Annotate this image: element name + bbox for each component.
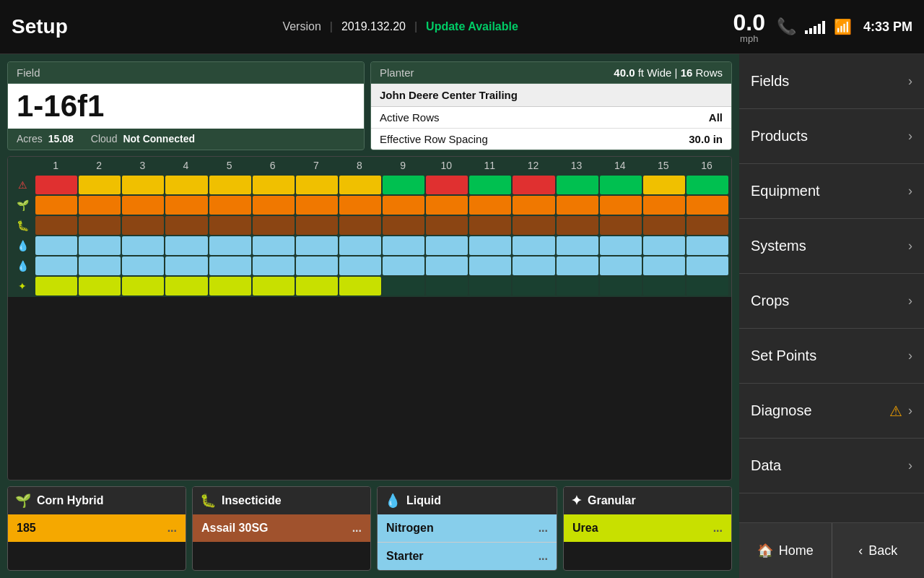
cell-2-3[interactable] — [165, 216, 207, 235]
cell-4-0[interactable] — [35, 256, 77, 275]
cell-1-7[interactable] — [339, 196, 381, 215]
cell-1-0[interactable] — [35, 196, 77, 215]
cell-0-12[interactable] — [557, 176, 598, 194]
cell-2-13[interactable] — [600, 216, 642, 235]
cell-5-10[interactable] — [469, 277, 511, 296]
cell-4-8[interactable] — [383, 256, 424, 275]
cell-5-13[interactable] — [600, 277, 642, 296]
cell-0-11[interactable] — [513, 176, 554, 194]
cell-2-14[interactable] — [643, 216, 685, 235]
cell-2-0[interactable] — [35, 216, 77, 235]
cell-5-1[interactable] — [79, 277, 121, 296]
cell-5-14[interactable] — [643, 277, 685, 296]
sidebar-item-equipment[interactable]: Equipment › — [739, 164, 924, 219]
cell-5-8[interactable] — [383, 277, 424, 296]
cell-3-12[interactable] — [557, 236, 598, 255]
cell-4-15[interactable] — [687, 256, 728, 275]
cell-0-13[interactable] — [600, 176, 642, 194]
cell-4-3[interactable] — [165, 256, 207, 275]
cell-3-8[interactable] — [383, 236, 424, 255]
cell-1-9[interactable] — [426, 196, 468, 215]
cell-2-15[interactable] — [687, 216, 728, 235]
sidebar-item-fields[interactable]: Fields › — [739, 54, 924, 109]
cell-1-6[interactable] — [296, 196, 338, 215]
spacing-row[interactable]: Effective Row Spacing 30.0 in — [371, 129, 731, 150]
cell-5-5[interactable] — [253, 277, 295, 296]
cell-4-7[interactable] — [339, 256, 381, 275]
cell-3-9[interactable] — [426, 236, 468, 255]
cell-2-7[interactable] — [339, 216, 381, 235]
cell-2-1[interactable] — [79, 216, 121, 235]
cell-0-3[interactable] — [165, 176, 207, 194]
back-button[interactable]: ‹ Back — [832, 523, 925, 578]
cell-4-2[interactable] — [122, 256, 164, 275]
cell-4-11[interactable] — [513, 256, 554, 275]
cell-0-14[interactable] — [643, 176, 685, 194]
cell-4-4[interactable] — [209, 256, 251, 275]
cell-3-10[interactable] — [469, 236, 511, 255]
cell-3-3[interactable] — [165, 236, 207, 255]
cell-1-14[interactable] — [643, 196, 685, 215]
cell-5-0[interactable] — [35, 277, 77, 296]
sidebar-item-systems[interactable]: Systems › — [739, 219, 924, 274]
cell-5-15[interactable] — [687, 277, 728, 296]
cell-4-1[interactable] — [79, 256, 121, 275]
cell-4-14[interactable] — [643, 256, 685, 275]
cell-1-5[interactable] — [253, 196, 295, 215]
cell-4-12[interactable] — [557, 256, 598, 275]
cell-5-9[interactable] — [426, 277, 468, 296]
update-link[interactable]: Update Available — [426, 20, 518, 33]
liquid-item-1[interactable]: Nitrogen ... — [378, 514, 557, 543]
cell-1-13[interactable] — [600, 196, 642, 215]
cell-0-4[interactable] — [209, 176, 251, 194]
cell-4-5[interactable] — [253, 256, 295, 275]
cell-3-1[interactable] — [79, 236, 121, 255]
cell-5-6[interactable] — [296, 277, 338, 296]
cell-1-2[interactable] — [122, 196, 164, 215]
cell-0-9[interactable] — [426, 176, 468, 194]
liquid-item-2[interactable]: Starter ... — [378, 543, 557, 570]
granular-item-1[interactable]: Urea ... — [564, 514, 731, 542]
sidebar-item-setpoints[interactable]: Set Points › — [739, 329, 924, 384]
cell-0-5[interactable] — [253, 176, 295, 194]
cell-5-11[interactable] — [513, 277, 554, 296]
cell-1-3[interactable] — [165, 196, 207, 215]
cell-0-6[interactable] — [296, 176, 338, 194]
sidebar-item-products[interactable]: Products › — [739, 109, 924, 164]
cell-4-10[interactable] — [469, 256, 511, 275]
cell-4-9[interactable] — [426, 256, 468, 275]
cell-5-3[interactable] — [165, 277, 207, 296]
cell-3-5[interactable] — [253, 236, 295, 255]
cell-3-4[interactable] — [209, 236, 251, 255]
cell-0-7[interactable] — [339, 176, 381, 194]
cell-4-6[interactable] — [296, 256, 338, 275]
cell-1-10[interactable] — [469, 196, 511, 215]
cell-3-13[interactable] — [600, 236, 642, 255]
cell-0-15[interactable] — [687, 176, 728, 194]
seed-item-1[interactable]: 185 ... — [8, 514, 186, 542]
cell-0-10[interactable] — [469, 176, 511, 194]
sidebar-item-crops[interactable]: Crops › — [739, 274, 924, 329]
cell-1-15[interactable] — [687, 196, 728, 215]
cell-1-11[interactable] — [513, 196, 554, 215]
cell-2-8[interactable] — [383, 216, 424, 235]
cell-0-8[interactable] — [383, 176, 424, 194]
cell-2-11[interactable] — [513, 216, 554, 235]
active-rows-row[interactable]: Active Rows All — [371, 107, 731, 129]
cell-3-7[interactable] — [339, 236, 381, 255]
cell-2-6[interactable] — [296, 216, 338, 235]
cell-2-5[interactable] — [253, 216, 295, 235]
cell-3-0[interactable] — [35, 236, 77, 255]
cell-3-2[interactable] — [122, 236, 164, 255]
home-button[interactable]: 🏠 Home — [739, 523, 832, 578]
cell-1-4[interactable] — [209, 196, 251, 215]
cell-1-12[interactable] — [557, 196, 598, 215]
cell-0-0[interactable] — [35, 176, 77, 194]
cell-4-13[interactable] — [600, 256, 642, 275]
cell-1-8[interactable] — [383, 196, 424, 215]
cell-3-14[interactable] — [643, 236, 685, 255]
cell-1-1[interactable] — [79, 196, 121, 215]
cell-0-2[interactable] — [122, 176, 164, 194]
cell-3-15[interactable] — [687, 236, 728, 255]
cell-5-2[interactable] — [122, 277, 164, 296]
